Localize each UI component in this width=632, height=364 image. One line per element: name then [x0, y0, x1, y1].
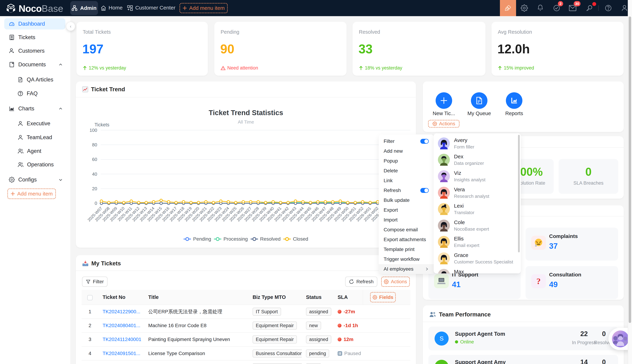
svg-text:20: 20	[92, 186, 97, 191]
svg-text:40: 40	[92, 172, 97, 177]
svg-text:0: 0	[95, 200, 97, 206]
svg-text:60: 60	[92, 157, 97, 162]
svg-text:80: 80	[92, 142, 97, 148]
svg-text:100: 100	[90, 128, 97, 133]
